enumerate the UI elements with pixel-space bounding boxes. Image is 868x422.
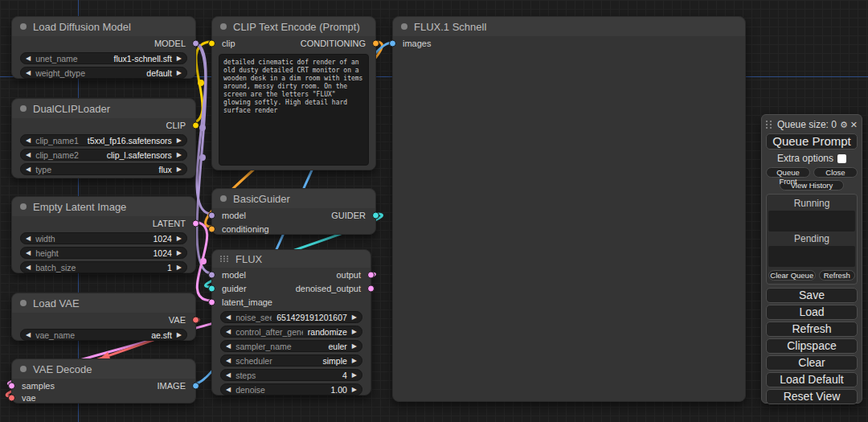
widget-width[interactable]: ◀ width 1024 ▶ [20,232,187,244]
decrement-arrow-icon[interactable]: ◀ [26,264,31,271]
increment-arrow-icon[interactable]: ▶ [177,250,182,256]
clear-button[interactable]: Clear [766,355,858,371]
decrement-arrow-icon[interactable]: ◀ [226,372,231,379]
input-socket-model[interactable] [208,271,215,278]
increment-arrow-icon[interactable]: ▶ [177,332,182,338]
close-button[interactable]: Close [813,167,858,178]
collapse-dot-icon[interactable] [401,23,407,30]
node-title-bar[interactable]: Empty Latent Image [12,197,195,216]
input-socket-vae[interactable] [8,395,15,402]
widget-vae-name[interactable]: ◀ vae_name ae.sft ▶ [20,329,187,341]
output-socket-guider[interactable] [372,211,379,219]
extra-options-checkbox[interactable] [837,154,846,163]
node-title-bar[interactable]: Load Diffusion Model [12,17,195,36]
output-socket-conditioning[interactable] [372,39,379,47]
increment-arrow-icon[interactable]: ▶ [177,137,182,144]
increment-arrow-icon[interactable]: ▶ [352,358,357,364]
widget-scheduler[interactable]: ◀ scheduler simple ▶ [220,354,362,367]
node-title-bar[interactable]: Load VAE [12,293,195,313]
widget-clip-name1[interactable]: ◀ clip_name1 t5xxl_fp16.safetensors ▶ [20,134,187,146]
increment-arrow-icon[interactable]: ▶ [352,314,357,321]
decrement-arrow-icon[interactable]: ◀ [26,332,31,338]
collapse-dot-icon[interactable] [220,195,227,202]
output-socket-denoised-output[interactable] [367,285,375,292]
node-empty-latent-image[interactable]: Empty Latent Image LATENT ◀ width 1024 ▶… [11,196,196,273]
decrement-arrow-icon[interactable]: ◀ [26,55,31,62]
drag-handle-icon[interactable] [766,121,772,129]
widget-control-after-generate[interactable]: ◀ control_after_generate randomize ▶ [220,326,362,338]
decrement-arrow-icon[interactable]: ◀ [226,358,231,364]
collapse-dot-icon[interactable] [220,23,227,30]
input-socket-samples[interactable] [8,382,15,389]
decrement-arrow-icon[interactable]: ◀ [26,137,31,144]
input-socket-clip[interactable] [208,39,215,47]
output-socket-output[interactable] [367,271,375,278]
node-load-vae[interactable]: Load VAE VAE ◀ vae_name ae.sft ▶ [11,293,196,341]
collapse-dot-icon[interactable] [20,105,27,112]
load-button[interactable]: Load [766,305,858,320]
node-flux1-schnell-preview[interactable]: FLUX.1 Schnell images [392,16,746,402]
node-title-bar[interactable]: VAE Decode [12,359,195,379]
input-socket-model[interactable] [208,211,215,219]
increment-arrow-icon[interactable]: ▶ [177,70,182,76]
input-socket-conditioning[interactable] [208,225,215,232]
increment-arrow-icon[interactable]: ▶ [177,166,182,173]
widget-type[interactable]: ◀ type flux ▶ [20,163,187,175]
reset-view-button[interactable]: Reset View [766,389,858,404]
increment-arrow-icon[interactable]: ▶ [177,152,182,158]
increment-arrow-icon[interactable]: ▶ [352,329,357,335]
node-title-bar[interactable]: CLIP Text Encode (Prompt) [212,17,375,36]
collapse-dot-icon[interactable] [20,23,27,30]
clear-queue-button[interactable]: Clear Queue [768,270,816,281]
decrement-arrow-icon[interactable]: ◀ [226,387,231,393]
increment-arrow-icon[interactable]: ▶ [177,236,182,242]
collapse-dot-icon[interactable] [20,366,27,372]
decrement-arrow-icon[interactable]: ◀ [26,250,31,256]
refresh-button[interactable]: Refresh [766,322,858,337]
increment-arrow-icon[interactable]: ▶ [352,387,357,393]
decrement-arrow-icon[interactable]: ◀ [26,166,31,173]
input-socket-latent-image[interactable] [208,298,215,305]
output-socket-vae[interactable] [192,316,199,323]
input-socket-images[interactable] [389,39,396,47]
widget-batch-size[interactable]: ◀ batch_size 1 ▶ [20,261,187,273]
decrement-arrow-icon[interactable]: ◀ [26,236,31,242]
node-title-bar[interactable]: FLUX [212,250,371,268]
decrement-arrow-icon[interactable]: ◀ [226,314,231,321]
input-socket-guider[interactable] [208,285,215,292]
increment-arrow-icon[interactable]: ▶ [352,343,357,350]
decrement-arrow-icon[interactable]: ◀ [226,343,231,350]
widget-noise-seed[interactable]: ◀ noise_seed 651429191201607 ▶ [220,311,362,323]
group-node-grid-icon[interactable] [220,256,229,262]
output-socket-model[interactable] [192,39,199,47]
prompt-text-input[interactable]: detailed cinematic dof render of an old … [219,54,369,166]
widget-clip-name2[interactable]: ◀ clip_name2 clip_l.safetensors ▶ [20,149,187,161]
widget-weight-dtype[interactable]: ◀ weight_dtype default ▶ [20,67,187,79]
increment-arrow-icon[interactable]: ▶ [352,372,357,379]
increment-arrow-icon[interactable]: ▶ [177,55,182,62]
node-title-bar[interactable]: DualCLIPLoader [12,99,195,118]
decrement-arrow-icon[interactable]: ◀ [226,329,231,335]
node-vae-decode[interactable]: VAE Decode samples IMAGE vae [11,358,196,404]
decrement-arrow-icon[interactable]: ◀ [26,152,31,158]
widget-height[interactable]: ◀ height 1024 ▶ [20,247,187,259]
node-flux-sampler[interactable]: FLUX model output guider denoised_output… [211,249,371,395]
decrement-arrow-icon[interactable]: ◀ [26,70,31,76]
node-basic-guider[interactable]: BasicGuider model GUIDER conditioning [211,188,376,235]
widget-sampler-name[interactable]: ◀ sampler_name euler ▶ [220,340,362,352]
queue-prompt-button[interactable]: Queue Prompt [766,133,858,150]
node-title-bar[interactable]: BasicGuider [212,189,375,208]
collapse-dot-icon[interactable] [20,203,27,210]
widget-unet-name[interactable]: ◀ unet_name flux1-schnell.sft ▶ [20,52,187,64]
node-clip-text-encode[interactable]: CLIP Text Encode (Prompt) clip CONDITION… [211,16,376,170]
node-load-diffusion-model[interactable]: Load Diffusion Model MODEL ◀ unet_name f… [11,16,196,79]
close-icon[interactable]: ✕ [850,121,858,129]
refresh-queue-button[interactable]: Refresh [819,270,855,281]
queue-front-button[interactable]: Queue Front [766,167,810,178]
gear-icon[interactable]: ⚙ [840,121,848,129]
increment-arrow-icon[interactable]: ▶ [177,264,182,271]
save-button[interactable]: Save [766,288,858,303]
widget-denoise[interactable]: ◀ denoise 1.00 ▶ [220,383,362,395]
load-default-button[interactable]: Load Default [766,372,858,387]
clipspace-button[interactable]: Clipspace [766,338,858,354]
